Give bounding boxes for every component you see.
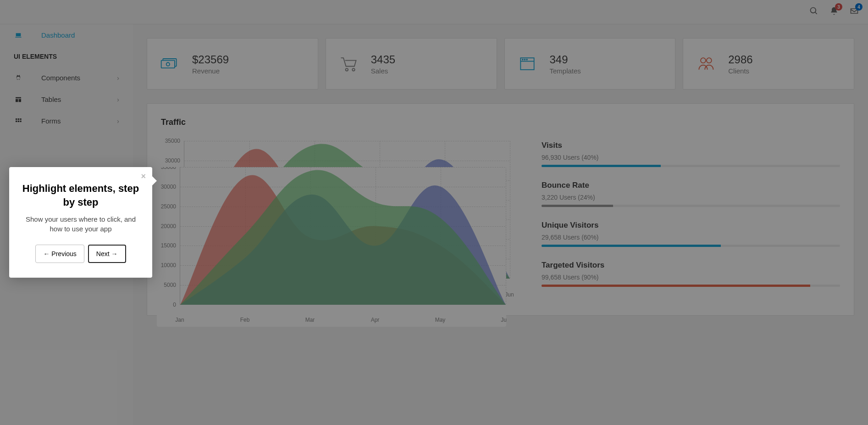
close-icon[interactable]: × bbox=[141, 172, 146, 181]
tour-prev-button[interactable]: ← Previous bbox=[35, 245, 84, 263]
tour-next-button[interactable]: Next → bbox=[88, 245, 126, 263]
tour-title: Highlight elements, step by step bbox=[22, 182, 139, 209]
tour-tooltip: × Highlight elements, step by step Show … bbox=[9, 167, 152, 278]
tour-body: Show your users where to click, and how … bbox=[22, 214, 139, 234]
